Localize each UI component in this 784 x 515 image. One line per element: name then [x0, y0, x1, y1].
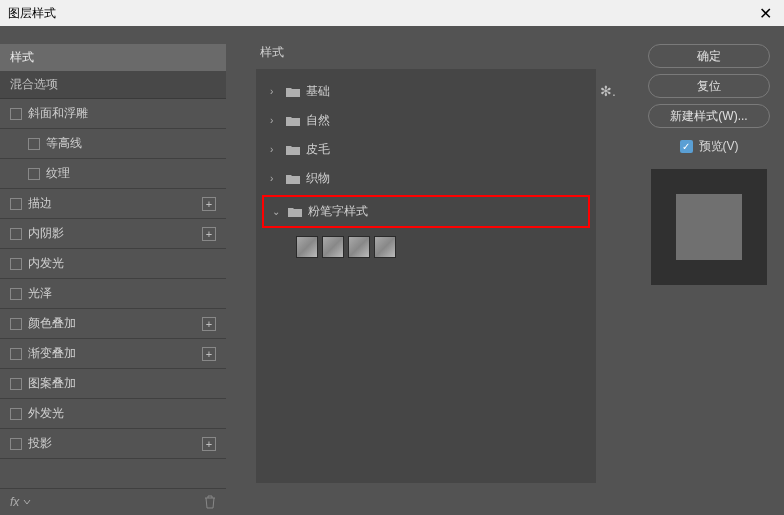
blending-options[interactable]: 混合选项	[0, 71, 226, 99]
ok-button[interactable]: 确定	[648, 44, 770, 68]
effect-label: 外发光	[28, 405, 64, 422]
effect-label: 斜面和浮雕	[28, 105, 88, 122]
folder-label: 皮毛	[306, 141, 330, 158]
folder-icon	[286, 86, 300, 98]
effect-label: 纹理	[46, 165, 70, 182]
close-icon[interactable]: ✕	[755, 4, 776, 23]
effect-label: 等高线	[46, 135, 82, 152]
chevron-right-icon: ›	[270, 173, 280, 184]
effect-row[interactable]: 光泽	[0, 279, 226, 309]
effect-checkbox[interactable]	[10, 198, 22, 210]
panel-footer: fx	[0, 488, 226, 515]
folder-row[interactable]: ⌄粉笔字样式	[264, 197, 588, 226]
folder-icon	[286, 115, 300, 127]
styles-title: 样式	[256, 44, 616, 61]
styles-container: ✻. ›基础›自然›皮毛›织物⌄粉笔字样式	[256, 69, 596, 483]
window-title: 图层样式	[8, 5, 56, 22]
preview-swatch	[676, 194, 742, 260]
style-thumbnail[interactable]	[296, 236, 318, 258]
chevron-down-icon: ⌄	[272, 206, 282, 217]
effect-checkbox[interactable]	[10, 228, 22, 240]
preview-label: 预览(V)	[699, 138, 739, 155]
effect-label: 图案叠加	[28, 375, 76, 392]
styles-panel: 样式 ✻. ›基础›自然›皮毛›织物⌄粉笔字样式	[226, 26, 634, 515]
gear-icon[interactable]: ✻.	[600, 83, 616, 99]
effect-row[interactable]: 渐变叠加+	[0, 339, 226, 369]
folder-row[interactable]: ›自然	[256, 106, 596, 135]
titlebar: 图层样式 ✕	[0, 0, 784, 26]
new-style-button[interactable]: 新建样式(W)...	[648, 104, 770, 128]
plus-icon[interactable]: +	[202, 227, 216, 241]
effect-checkbox[interactable]	[10, 378, 22, 390]
style-thumbnail[interactable]	[374, 236, 396, 258]
preview-toggle[interactable]: ✓ 预览(V)	[680, 138, 739, 155]
folder-label: 粉笔字样式	[308, 203, 368, 220]
preview-box	[651, 169, 767, 285]
effect-checkbox[interactable]	[10, 108, 22, 120]
folder-row[interactable]: ›织物	[256, 164, 596, 193]
check-icon: ✓	[680, 140, 693, 153]
chevron-right-icon: ›	[270, 115, 280, 126]
trash-icon[interactable]	[204, 495, 216, 509]
plus-icon[interactable]: +	[202, 437, 216, 451]
highlighted-folder: ⌄粉笔字样式	[262, 195, 590, 228]
folder-label: 自然	[306, 112, 330, 129]
effect-checkbox[interactable]	[28, 168, 40, 180]
chevron-right-icon: ›	[270, 144, 280, 155]
style-thumbnail[interactable]	[348, 236, 370, 258]
effect-row[interactable]: 投影+	[0, 429, 226, 459]
effect-label: 描边	[28, 195, 52, 212]
plus-icon[interactable]: +	[202, 197, 216, 211]
effect-label: 光泽	[28, 285, 52, 302]
plus-icon[interactable]: +	[202, 347, 216, 361]
effect-checkbox[interactable]	[10, 258, 22, 270]
effect-row[interactable]: 描边+	[0, 189, 226, 219]
effect-label: 颜色叠加	[28, 315, 76, 332]
effect-label: 内阴影	[28, 225, 64, 242]
effect-label: 投影	[28, 435, 52, 452]
styles-header[interactable]: 样式	[0, 44, 226, 71]
effect-checkbox[interactable]	[10, 438, 22, 450]
effect-checkbox[interactable]	[10, 348, 22, 360]
effect-row[interactable]: 纹理	[0, 159, 226, 189]
fx-icon[interactable]: fx	[10, 495, 31, 509]
effect-row[interactable]: 内发光	[0, 249, 226, 279]
chevron-right-icon: ›	[270, 86, 280, 97]
effect-row[interactable]: 外发光	[0, 399, 226, 429]
effect-checkbox[interactable]	[10, 288, 22, 300]
effect-checkbox[interactable]	[10, 318, 22, 330]
folder-label: 织物	[306, 170, 330, 187]
right-panel: 确定 复位 新建样式(W)... ✓ 预览(V)	[634, 26, 784, 515]
folder-label: 基础	[306, 83, 330, 100]
effect-row[interactable]: 等高线	[0, 129, 226, 159]
folder-row[interactable]: ›基础	[256, 77, 596, 106]
effect-checkbox[interactable]	[10, 408, 22, 420]
effect-checkbox[interactable]	[28, 138, 40, 150]
effect-row[interactable]: 图案叠加	[0, 369, 226, 399]
effect-label: 渐变叠加	[28, 345, 76, 362]
effect-label: 内发光	[28, 255, 64, 272]
folder-icon	[286, 144, 300, 156]
effect-row[interactable]: 内阴影+	[0, 219, 226, 249]
style-thumbnails	[256, 230, 596, 264]
folder-icon	[286, 173, 300, 185]
reset-button[interactable]: 复位	[648, 74, 770, 98]
effect-row[interactable]: 斜面和浮雕	[0, 99, 226, 129]
folder-row[interactable]: ›皮毛	[256, 135, 596, 164]
effect-row[interactable]: 颜色叠加+	[0, 309, 226, 339]
folder-icon	[288, 206, 302, 218]
effects-panel: 样式 混合选项 斜面和浮雕等高线纹理描边+内阴影+内发光光泽颜色叠加+渐变叠加+…	[0, 26, 226, 515]
plus-icon[interactable]: +	[202, 317, 216, 331]
style-thumbnail[interactable]	[322, 236, 344, 258]
